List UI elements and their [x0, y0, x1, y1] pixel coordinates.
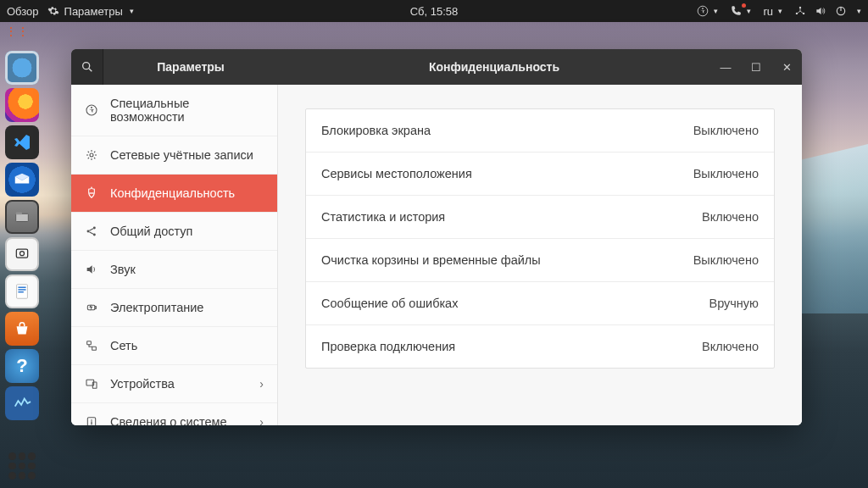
network-icon [85, 339, 100, 352]
svg-point-1 [703, 8, 704, 9]
sidebar-item-label: Общий доступ [110, 225, 192, 238]
dock-app-software[interactable] [5, 312, 39, 346]
settings-pane: Блокировка экранаВыключеноСервисы местоп… [278, 85, 802, 425]
privacy-row-value: Включено [702, 210, 759, 224]
keyboard-layout-label: ru [763, 5, 773, 18]
privacy-row[interactable]: Статистика и историяВключено [306, 196, 774, 239]
accounts-icon [85, 148, 100, 162]
privacy-row[interactable]: Блокировка экранаВыключено [306, 109, 774, 152]
privacy-row[interactable]: Сообщение об ошибкахВручную [306, 282, 774, 325]
settings-window: Параметры Конфиденциальность — ☐ ✕ Специ… [71, 49, 802, 425]
network-icon [794, 5, 806, 17]
system-menu[interactable]: ▾ [794, 5, 861, 17]
sidebar-item-accounts[interactable]: Сетевые учётные записи [71, 136, 277, 175]
minimize-icon: — [721, 61, 732, 74]
chevron-down-icon: ▾ [747, 7, 751, 15]
activities-button[interactable]: Обзор [7, 5, 39, 18]
maximize-icon: ☐ [751, 61, 761, 74]
sidebar-item-label: Специальные возможности [110, 97, 264, 124]
dock-app-thunderbird[interactable] [5, 163, 39, 197]
activities-label: Обзор [7, 5, 39, 18]
sidebar-item-power[interactable]: Электропитание [71, 289, 277, 327]
svg-point-10 [20, 252, 25, 256]
sidebar-item-about[interactable]: Сведения о системе› [71, 403, 277, 425]
svg-point-2 [799, 7, 801, 8]
privacy-row-value: Включено [702, 340, 759, 353]
svg-point-22 [93, 234, 96, 236]
devices-icon [85, 377, 100, 391]
svg-point-20 [87, 230, 90, 233]
dock-app-system-monitor[interactable] [5, 386, 39, 420]
window-titlebar: Параметры Конфиденциальность — ☐ ✕ [71, 49, 802, 85]
app-menu[interactable]: Параметры ▾ [47, 5, 134, 18]
sidebar-item-label: Конфиденциальность [110, 186, 235, 200]
chevron-down-icon: ▾ [857, 7, 861, 15]
dock-app-help[interactable]: ? [5, 349, 39, 383]
svg-point-3 [796, 13, 798, 14]
sidebar-item-label: Звук [110, 263, 136, 276]
clock-label: Сб, 15:58 [410, 5, 459, 18]
window-minimize-button[interactable]: — [710, 49, 741, 85]
svg-point-15 [82, 63, 89, 69]
sidebar-item-label: Сетевые учётные записи [110, 148, 253, 162]
dock-app-files[interactable] [5, 200, 39, 234]
app-menu-label: Параметры [64, 5, 123, 18]
privacy-row-label: Очистка корзины и временные файлы [321, 253, 541, 267]
dock-app-vscode[interactable] [5, 125, 39, 159]
about-icon [85, 415, 100, 425]
power-icon [835, 5, 847, 17]
privacy-row[interactable]: Сервисы местоположенияВыключено [306, 152, 774, 196]
svg-rect-8 [16, 213, 22, 215]
svg-line-16 [89, 69, 92, 71]
privacy-row[interactable]: Очистка корзины и временные файлыВыключе… [306, 239, 774, 282]
keyboard-layout-indicator[interactable]: ru ▾ [763, 5, 782, 18]
privacy-row-label: Сервисы местоположения [321, 167, 472, 180]
volume-icon [815, 5, 826, 17]
window-maximize-button[interactable]: ☐ [741, 49, 771, 85]
window-close-button[interactable]: ✕ [771, 49, 802, 85]
sidebar-item-label: Сведения о системе [110, 415, 227, 425]
chevron-down-icon: ▾ [778, 7, 782, 15]
privacy-row[interactable]: Проверка подключенияВключено [306, 325, 774, 368]
accessibility-indicator[interactable]: ▾ [697, 5, 718, 17]
dock-app-utility[interactable] [5, 237, 39, 271]
settings-sidebar: Специальные возможностиСетевые учётные з… [71, 85, 278, 425]
chevron-down-icon: ▾ [130, 7, 134, 15]
sidebar-item-devices[interactable]: Устройства› [71, 365, 277, 403]
dock-app-chromium[interactable] [5, 51, 39, 85]
privacy-row-value: Вручную [709, 297, 759, 310]
show-applications-button[interactable] [8, 452, 36, 480]
chevron-right-icon: › [259, 415, 264, 425]
search-button[interactable] [71, 49, 103, 85]
notification-dot [742, 3, 746, 8]
sidebar-item-network[interactable]: Сеть [71, 327, 277, 365]
privacy-row-label: Блокировка экрана [321, 124, 431, 137]
dock-handle-icon: ⋮⋮ [5, 29, 14, 46]
dock: ⋮⋮ ? [0, 22, 44, 488]
svg-rect-12 [18, 287, 25, 288]
privacy-row-value: Выключено [693, 124, 759, 137]
svg-rect-14 [18, 291, 23, 292]
close-icon: ✕ [782, 61, 792, 74]
privacy-row-label: Проверка подключения [321, 340, 455, 353]
clock[interactable]: Сб, 15:58 [410, 5, 459, 18]
question-icon: ? [16, 355, 27, 377]
sidebar-item-accessibility[interactable]: Специальные возможности [71, 85, 277, 136]
privacy-row-value: Выключено [693, 167, 759, 180]
phone-icon [730, 5, 742, 17]
svg-rect-13 [18, 289, 25, 290]
notification-indicator[interactable]: ▾ [730, 5, 751, 17]
sidebar-item-privacy[interactable]: Конфиденциальность [71, 175, 277, 213]
accessibility-icon [85, 103, 100, 117]
chevron-right-icon: › [259, 377, 264, 391]
svg-rect-24 [95, 307, 96, 309]
svg-rect-30 [91, 419, 92, 420]
sidebar-item-sound[interactable]: Звук [71, 251, 277, 289]
top-bar: Обзор Параметры ▾ Сб, 15:58 ▾ ▾ ru [0, 0, 868, 22]
dock-app-firefox[interactable] [5, 88, 39, 122]
window-controls: — ☐ ✕ [710, 49, 802, 85]
dock-app-writer[interactable] [5, 274, 39, 308]
svg-rect-9 [16, 249, 27, 258]
sidebar-item-share[interactable]: Общий доступ [71, 213, 277, 251]
svg-rect-7 [16, 214, 29, 221]
